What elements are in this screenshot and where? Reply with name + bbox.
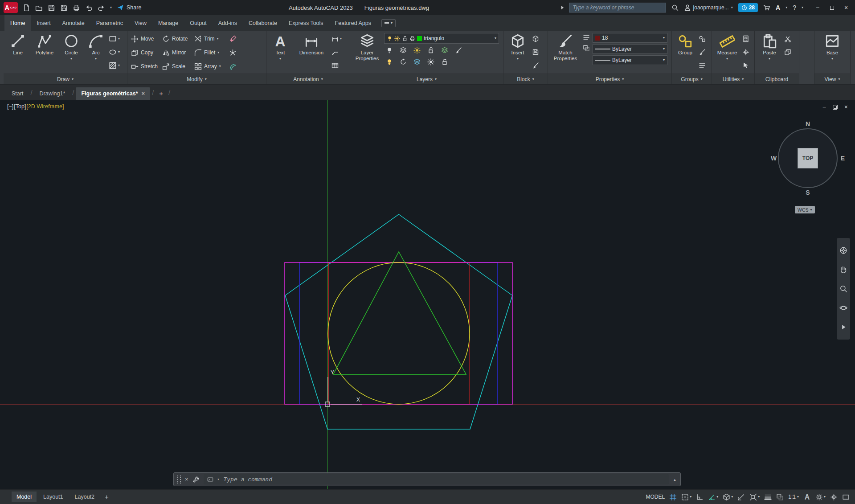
grid-display-button[interactable] bbox=[669, 493, 677, 501]
layer-off-button[interactable] bbox=[384, 45, 395, 55]
save-as-button[interactable] bbox=[60, 4, 68, 12]
close-tab-icon[interactable] bbox=[142, 90, 145, 97]
make-current-button[interactable] bbox=[439, 45, 450, 55]
tab-express-tools[interactable]: Express Tools bbox=[283, 15, 329, 31]
snap-mode-button[interactable] bbox=[681, 493, 689, 501]
scale-button[interactable]: Scale bbox=[161, 60, 191, 73]
mirror-button[interactable]: Mirror bbox=[161, 46, 191, 59]
block-panel-expander[interactable]: Block bbox=[503, 74, 548, 84]
navigation-wheel-icon[interactable] bbox=[839, 246, 847, 254]
drawing-canvas[interactable]: Y X bbox=[0, 100, 855, 489]
transparency-icon[interactable] bbox=[583, 45, 590, 52]
search-input[interactable] bbox=[569, 3, 666, 12]
show-motion-icon[interactable] bbox=[839, 323, 847, 331]
object-snap-tracking-button[interactable] bbox=[737, 493, 745, 501]
offset-button[interactable] bbox=[228, 60, 240, 73]
group-edit-button[interactable] bbox=[699, 45, 706, 59]
annotation-panel-expander[interactable]: Annotation bbox=[266, 74, 350, 84]
tab-drawing1[interactable]: Drawing1* bbox=[34, 87, 71, 100]
layer-dropdown[interactable]: triangulo bbox=[384, 33, 499, 44]
layer-on-button[interactable] bbox=[384, 57, 395, 67]
hatch-flyout-button[interactable] bbox=[109, 59, 120, 72]
text-button[interactable]: A Text bbox=[269, 32, 291, 74]
layer-unisolate-button[interactable] bbox=[412, 57, 422, 67]
annotation-scale-button[interactable]: 1:1 bbox=[788, 494, 799, 500]
stretch-button[interactable]: Stretch bbox=[130, 60, 159, 73]
ortho-mode-button[interactable] bbox=[696, 493, 704, 501]
tab-view[interactable]: View bbox=[129, 15, 152, 31]
polar-tracking-button[interactable] bbox=[708, 493, 716, 501]
groups-panel-expander[interactable]: Groups bbox=[672, 74, 712, 84]
lineweight-dropdown[interactable]: ByLayer bbox=[593, 55, 667, 65]
explode-button[interactable] bbox=[228, 46, 240, 59]
model-tab[interactable]: Model bbox=[12, 492, 37, 502]
clean-screen-button[interactable] bbox=[842, 493, 850, 501]
linear-dimension-button[interactable] bbox=[331, 32, 342, 45]
polyline-button[interactable]: Polyline bbox=[32, 32, 57, 74]
erase-button[interactable] bbox=[228, 32, 240, 45]
circle-button[interactable]: Circle bbox=[60, 32, 83, 74]
quick-select-button[interactable] bbox=[742, 59, 749, 72]
layer-properties-button[interactable]: Layer Properties bbox=[353, 32, 381, 74]
write-block-button[interactable] bbox=[532, 45, 539, 59]
tab-parametric[interactable]: Parametric bbox=[90, 15, 129, 31]
tab-annotate[interactable]: Annotate bbox=[57, 15, 90, 31]
plot-button[interactable] bbox=[73, 4, 80, 12]
copy-button[interactable]: Copy bbox=[130, 46, 159, 59]
object-color-dropdown[interactable]: 18 bbox=[593, 33, 667, 43]
move-button[interactable]: Move bbox=[130, 32, 159, 45]
tab-home[interactable]: Home bbox=[4, 15, 31, 31]
yellow-circle[interactable] bbox=[328, 262, 470, 404]
blue-rectangle[interactable] bbox=[299, 262, 498, 404]
transparency-button[interactable] bbox=[776, 493, 784, 501]
ribbon-display-toggle[interactable] bbox=[381, 19, 396, 27]
layout2-tab[interactable]: Layout2 bbox=[70, 492, 99, 502]
layer-isolate-button[interactable] bbox=[398, 45, 409, 55]
match-layer-button[interactable] bbox=[453, 45, 464, 55]
cut-button[interactable] bbox=[784, 32, 791, 45]
match-properties-button[interactable]: Match Properties bbox=[551, 32, 580, 74]
annotation-visibility-button[interactable]: A bbox=[803, 493, 811, 501]
viewcube[interactable]: N S W E TOP bbox=[778, 128, 838, 188]
lineweight-display-button[interactable] bbox=[764, 493, 772, 501]
workspace-settings-button[interactable] bbox=[815, 493, 823, 501]
properties-panel-expander[interactable]: Properties bbox=[548, 74, 671, 84]
arc-button[interactable]: Arc bbox=[86, 32, 106, 74]
autodesk-access-icon[interactable]: A bbox=[776, 4, 780, 11]
command-close-icon[interactable] bbox=[185, 476, 188, 482]
id-point-button[interactable] bbox=[742, 45, 749, 59]
tab-add-ins[interactable]: Add-ins bbox=[213, 15, 243, 31]
tab-collaborate[interactable]: Collaborate bbox=[243, 15, 283, 31]
viewcube-east[interactable]: E bbox=[841, 155, 845, 162]
view-panel-expander[interactable]: View bbox=[814, 74, 850, 84]
copy-clip-button[interactable] bbox=[784, 45, 791, 59]
viewport-minimize-control[interactable]: [−] bbox=[7, 103, 13, 110]
viewcube-north[interactable]: N bbox=[806, 120, 810, 127]
command-customize-icon[interactable] bbox=[192, 476, 200, 483]
qat-customize-icon[interactable] bbox=[110, 6, 112, 9]
tab-output[interactable]: Output bbox=[184, 15, 213, 31]
layer-previous-button[interactable] bbox=[398, 57, 409, 67]
trial-counter-badge[interactable]: 28 bbox=[738, 3, 758, 12]
viewport-visual-style-control[interactable]: [2D Wireframe] bbox=[26, 103, 64, 110]
rectangle-flyout-button[interactable] bbox=[109, 32, 120, 45]
pan-icon[interactable] bbox=[839, 266, 847, 274]
group-button[interactable]: Group bbox=[675, 32, 696, 74]
search-expand-icon[interactable] bbox=[561, 6, 564, 9]
modify-panel-expander[interactable]: Modify bbox=[127, 74, 266, 84]
viewcube-top-face[interactable]: TOP bbox=[798, 148, 818, 168]
quick-calculator-button[interactable] bbox=[742, 32, 749, 45]
zoom-icon[interactable] bbox=[839, 285, 847, 293]
viewport-view-control[interactable]: [Top] bbox=[14, 103, 26, 110]
isometric-drafting-button[interactable] bbox=[723, 493, 730, 501]
new-layout-button[interactable] bbox=[101, 491, 112, 503]
object-snap-button[interactable] bbox=[749, 493, 757, 501]
base-button[interactable]: Base bbox=[820, 32, 845, 74]
open-file-button[interactable] bbox=[35, 4, 43, 12]
fillet-button[interactable]: Fillet bbox=[193, 46, 225, 59]
linetype-dropdown[interactable]: ByLayer bbox=[593, 44, 667, 54]
window-close-button[interactable]: × bbox=[839, 0, 853, 15]
cyan-pentagon[interactable] bbox=[285, 214, 512, 429]
layer-lock-button[interactable] bbox=[425, 45, 436, 55]
command-grip-icon[interactable] bbox=[177, 475, 181, 484]
